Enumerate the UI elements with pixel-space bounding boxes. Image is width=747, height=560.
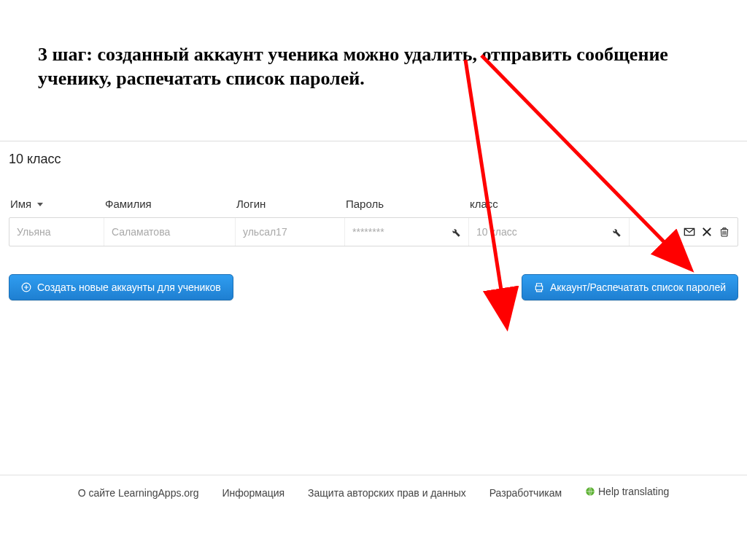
buttons-row: Создать новые аккаунты для учеников Акка… xyxy=(0,246,747,300)
footer-about-link[interactable]: О сайте LearningApps.org xyxy=(78,487,199,499)
header-class[interactable]: класс xyxy=(468,198,629,210)
cell-password[interactable]: ******** xyxy=(345,218,469,246)
print-icon xyxy=(534,282,544,292)
cell-class-value: 10 класс xyxy=(476,226,517,238)
plus-circle-icon xyxy=(21,282,31,292)
cell-class[interactable]: 10 класс xyxy=(469,218,630,246)
header-actions xyxy=(629,198,738,210)
footer: О сайте LearningApps.org Информация Защи… xyxy=(0,475,747,499)
cell-name[interactable]: Ульяна xyxy=(9,218,104,246)
header-name[interactable]: Имя xyxy=(9,198,104,210)
cell-login[interactable]: ульсал17 xyxy=(236,218,345,246)
envelope-icon[interactable] xyxy=(684,226,695,238)
print-passwords-button[interactable]: Аккаунт/Распечатать список паролей xyxy=(522,274,738,300)
instruction-text: 3 шаг: созданный аккаунт ученика можно у… xyxy=(0,0,747,106)
table-header-row: Имя Фамилия Логин Пароль класс xyxy=(9,198,738,217)
close-icon[interactable] xyxy=(701,226,713,238)
header-login[interactable]: Логин xyxy=(235,198,344,210)
print-passwords-label: Аккаунт/Распечатать список паролей xyxy=(550,281,726,293)
cell-surname[interactable]: Саламатова xyxy=(104,218,236,246)
header-name-label: Имя xyxy=(10,198,31,210)
header-password[interactable]: Пароль xyxy=(344,198,468,210)
footer-help-label: Help translating xyxy=(598,486,669,497)
wrench-icon[interactable] xyxy=(449,226,461,238)
cell-actions xyxy=(630,218,738,246)
class-title: 10 класс xyxy=(0,141,747,171)
trash-icon[interactable] xyxy=(719,226,730,238)
footer-copyright-link[interactable]: Защита авторских прав и данных xyxy=(308,487,466,499)
sort-caret-icon xyxy=(37,203,43,206)
footer-info-link[interactable]: Информация xyxy=(222,487,285,499)
header-surname[interactable]: Фамилия xyxy=(104,198,235,210)
cell-password-value: ******** xyxy=(352,226,384,238)
globe-icon xyxy=(585,486,595,497)
create-accounts-button[interactable]: Создать новые аккаунты для учеников xyxy=(9,274,233,300)
wrench-icon[interactable] xyxy=(610,226,622,238)
students-table: Имя Фамилия Логин Пароль класс Ульяна Са… xyxy=(0,198,747,246)
footer-help-link[interactable]: Help translating xyxy=(585,486,669,497)
footer-developers-link[interactable]: Разработчикам xyxy=(489,487,562,499)
table-row: Ульяна Саламатова ульсал17 ******** 10 к… xyxy=(9,217,738,246)
create-accounts-label: Создать новые аккаунты для учеников xyxy=(37,281,221,293)
